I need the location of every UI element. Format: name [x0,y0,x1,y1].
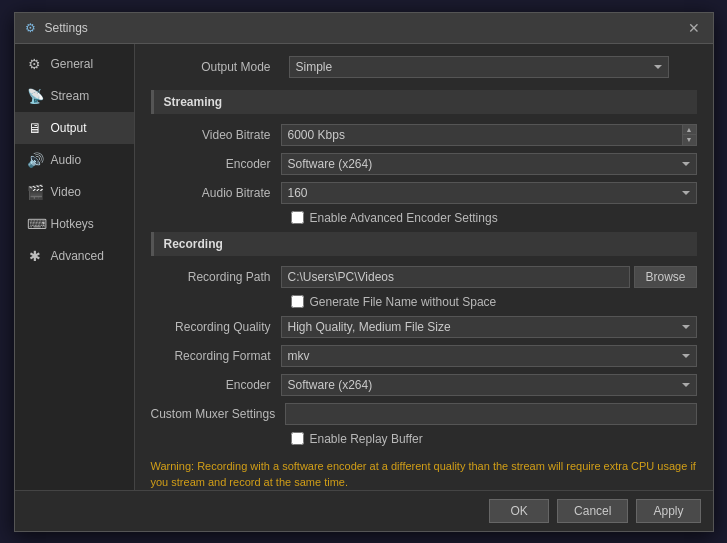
sidebar-label-stream: Stream [51,89,90,103]
hotkeys-icon: ⌨ [27,216,43,232]
video-bitrate-spin-buttons: ▲ ▼ [682,125,696,145]
sidebar-item-video[interactable]: 🎬 Video [15,176,134,208]
advanced-encoder-checkbox[interactable] [291,211,304,224]
advanced-encoder-row: Enable Advanced Encoder Settings [151,211,697,225]
apply-button[interactable]: Apply [636,499,700,523]
browse-button[interactable]: Browse [634,266,696,288]
sidebar-item-hotkeys[interactable]: ⌨ Hotkeys [15,208,134,240]
sidebar-label-general: General [51,57,94,71]
sidebar-item-stream[interactable]: 📡 Stream [15,80,134,112]
recording-format-row: Recording Format mkv mp4 flv ts mov [151,345,697,367]
recording-quality-select[interactable]: High Quality, Medium File Size Indisting… [281,316,697,338]
title-bar: ⚙ Settings ✕ [15,13,713,44]
recording-quality-row: Recording Quality High Quality, Medium F… [151,316,697,338]
audio-bitrate-row: Audio Bitrate 128 160 192 256 320 [151,182,697,204]
sidebar-label-advanced: Advanced [51,249,104,263]
audio-bitrate-label: Audio Bitrate [151,186,281,200]
advanced-icon: ✱ [27,248,43,264]
video-bitrate-down[interactable]: ▼ [683,134,696,145]
encoder-row: Encoder Software (x264) Hardware (NVENC)… [151,153,697,175]
recording-path-row: Recording Path Browse [151,266,697,288]
video-bitrate-label: Video Bitrate [151,128,281,142]
sidebar-item-output[interactable]: 🖥 Output [15,112,134,144]
video-icon: 🎬 [27,184,43,200]
custom-muxer-row: Custom Muxer Settings [151,403,697,425]
warning-text: Warning: Recording with a software encod… [151,454,697,490]
audio-icon: 🔊 [27,152,43,168]
main-panel: Output Mode Simple Advanced Streaming Vi… [135,44,713,490]
video-bitrate-input[interactable] [282,125,682,145]
cancel-button[interactable]: Cancel [557,499,628,523]
settings-title-icon: ⚙ [25,21,39,35]
rec-encoder-row: Encoder Software (x264) Hardware (NVENC)… [151,374,697,396]
generate-filename-checkbox[interactable] [291,295,304,308]
output-mode-select[interactable]: Simple Advanced [289,56,669,78]
video-bitrate-up[interactable]: ▲ [683,125,696,135]
replay-buffer-row: Enable Replay Buffer [151,432,697,446]
generate-filename-row: Generate File Name without Space [151,295,697,309]
output-icon: 🖥 [27,120,43,136]
encoder-label: Encoder [151,157,281,171]
sidebar-item-advanced[interactable]: ✱ Advanced [15,240,134,272]
footer: OK Cancel Apply [15,490,713,531]
recording-path-label: Recording Path [151,270,281,284]
custom-muxer-label: Custom Muxer Settings [151,407,286,421]
advanced-encoder-label[interactable]: Enable Advanced Encoder Settings [310,211,498,225]
sidebar-label-hotkeys: Hotkeys [51,217,94,231]
recording-path-input[interactable] [281,266,631,288]
sidebar-label-video: Video [51,185,81,199]
recording-format-label: Recording Format [151,349,281,363]
sidebar-label-output: Output [51,121,87,135]
rec-encoder-select[interactable]: Software (x264) Hardware (NVENC) Hardwar… [281,374,697,396]
custom-muxer-input[interactable] [285,403,696,425]
audio-bitrate-select[interactable]: 128 160 192 256 320 [281,182,697,204]
window-title: Settings [45,21,88,35]
output-mode-label: Output Mode [151,60,281,74]
settings-window: ⚙ Settings ✕ ⚙ General 📡 Stream 🖥 Output… [14,12,714,532]
stream-icon: 📡 [27,88,43,104]
output-mode-row: Output Mode Simple Advanced [151,56,697,78]
close-button[interactable]: ✕ [685,19,703,37]
replay-buffer-label[interactable]: Enable Replay Buffer [310,432,423,446]
content-area: ⚙ General 📡 Stream 🖥 Output 🔊 Audio 🎬 Vi… [15,44,713,490]
video-bitrate-spin[interactable]: ▲ ▼ [281,124,697,146]
sidebar-item-audio[interactable]: 🔊 Audio [15,144,134,176]
streaming-section-header: Streaming [151,90,697,114]
replay-buffer-checkbox[interactable] [291,432,304,445]
rec-encoder-label: Encoder [151,378,281,392]
recording-quality-label: Recording Quality [151,320,281,334]
generate-filename-label[interactable]: Generate File Name without Space [310,295,497,309]
recording-format-select[interactable]: mkv mp4 flv ts mov [281,345,697,367]
recording-section-header: Recording [151,232,697,256]
general-icon: ⚙ [27,56,43,72]
sidebar: ⚙ General 📡 Stream 🖥 Output 🔊 Audio 🎬 Vi… [15,44,135,490]
title-bar-left: ⚙ Settings [25,21,88,35]
encoder-select[interactable]: Software (x264) Hardware (NVENC) Hardwar… [281,153,697,175]
sidebar-label-audio: Audio [51,153,82,167]
video-bitrate-row: Video Bitrate ▲ ▼ [151,124,697,146]
ok-button[interactable]: OK [489,499,549,523]
sidebar-item-general[interactable]: ⚙ General [15,48,134,80]
